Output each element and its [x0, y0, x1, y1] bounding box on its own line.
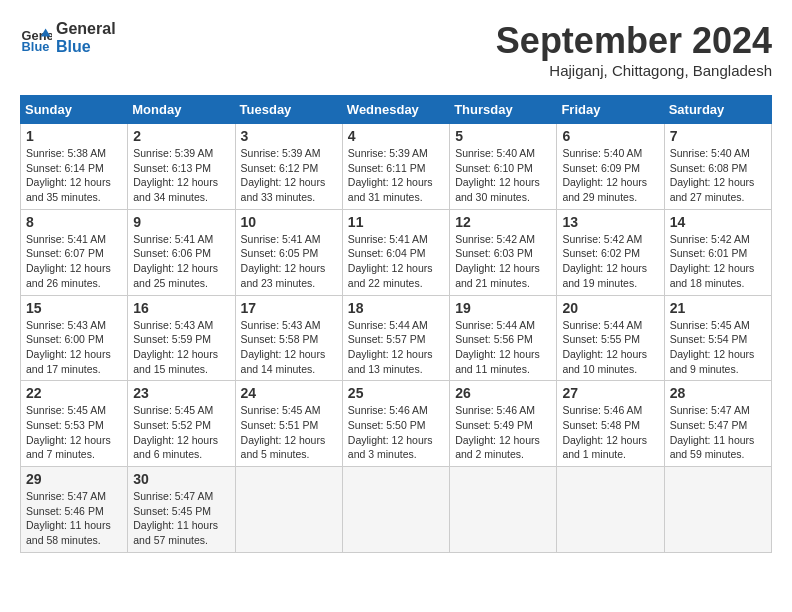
header-tuesday: Tuesday — [235, 96, 342, 124]
day-cell: 13Sunrise: 5:42 AM Sunset: 6:02 PM Dayli… — [557, 209, 664, 295]
day-cell: 18Sunrise: 5:44 AM Sunset: 5:57 PM Dayli… — [342, 295, 449, 381]
logo-line1: General — [56, 20, 116, 38]
day-info: Sunrise: 5:38 AM Sunset: 6:14 PM Dayligh… — [26, 146, 122, 205]
day-cell: 1Sunrise: 5:38 AM Sunset: 6:14 PM Daylig… — [21, 124, 128, 210]
day-number: 2 — [133, 128, 229, 144]
day-info: Sunrise: 5:42 AM Sunset: 6:02 PM Dayligh… — [562, 232, 658, 291]
day-number: 5 — [455, 128, 551, 144]
day-info: Sunrise: 5:47 AM Sunset: 5:45 PM Dayligh… — [133, 489, 229, 548]
day-info: Sunrise: 5:41 AM Sunset: 6:06 PM Dayligh… — [133, 232, 229, 291]
svg-text:Blue: Blue — [22, 39, 50, 54]
day-number: 29 — [26, 471, 122, 487]
calendar-table: SundayMondayTuesdayWednesdayThursdayFrid… — [20, 95, 772, 553]
day-number: 30 — [133, 471, 229, 487]
day-info: Sunrise: 5:42 AM Sunset: 6:03 PM Dayligh… — [455, 232, 551, 291]
day-number: 18 — [348, 300, 444, 316]
day-cell: 26Sunrise: 5:46 AM Sunset: 5:49 PM Dayli… — [450, 381, 557, 467]
day-number: 15 — [26, 300, 122, 316]
day-cell: 12Sunrise: 5:42 AM Sunset: 6:03 PM Dayli… — [450, 209, 557, 295]
day-info: Sunrise: 5:45 AM Sunset: 5:53 PM Dayligh… — [26, 403, 122, 462]
day-number: 12 — [455, 214, 551, 230]
week-row-0: 1Sunrise: 5:38 AM Sunset: 6:14 PM Daylig… — [21, 124, 772, 210]
week-row-1: 8Sunrise: 5:41 AM Sunset: 6:07 PM Daylig… — [21, 209, 772, 295]
day-number: 22 — [26, 385, 122, 401]
day-number: 4 — [348, 128, 444, 144]
day-info: Sunrise: 5:40 AM Sunset: 6:08 PM Dayligh… — [670, 146, 766, 205]
day-info: Sunrise: 5:45 AM Sunset: 5:51 PM Dayligh… — [241, 403, 337, 462]
day-cell: 8Sunrise: 5:41 AM Sunset: 6:07 PM Daylig… — [21, 209, 128, 295]
header-row: SundayMondayTuesdayWednesdayThursdayFrid… — [21, 96, 772, 124]
logo-line2: Blue — [56, 38, 116, 56]
day-info: Sunrise: 5:45 AM Sunset: 5:52 PM Dayligh… — [133, 403, 229, 462]
day-info: Sunrise: 5:43 AM Sunset: 5:59 PM Dayligh… — [133, 318, 229, 377]
day-number: 10 — [241, 214, 337, 230]
day-cell: 29Sunrise: 5:47 AM Sunset: 5:46 PM Dayli… — [21, 467, 128, 553]
day-cell: 21Sunrise: 5:45 AM Sunset: 5:54 PM Dayli… — [664, 295, 771, 381]
day-info: Sunrise: 5:46 AM Sunset: 5:48 PM Dayligh… — [562, 403, 658, 462]
day-info: Sunrise: 5:43 AM Sunset: 6:00 PM Dayligh… — [26, 318, 122, 377]
day-info: Sunrise: 5:47 AM Sunset: 5:47 PM Dayligh… — [670, 403, 766, 462]
day-cell: 15Sunrise: 5:43 AM Sunset: 6:00 PM Dayli… — [21, 295, 128, 381]
header-saturday: Saturday — [664, 96, 771, 124]
day-cell — [342, 467, 449, 553]
day-number: 28 — [670, 385, 766, 401]
day-cell: 11Sunrise: 5:41 AM Sunset: 6:04 PM Dayli… — [342, 209, 449, 295]
day-number: 26 — [455, 385, 551, 401]
day-cell: 2Sunrise: 5:39 AM Sunset: 6:13 PM Daylig… — [128, 124, 235, 210]
day-cell: 22Sunrise: 5:45 AM Sunset: 5:53 PM Dayli… — [21, 381, 128, 467]
day-number: 17 — [241, 300, 337, 316]
day-number: 6 — [562, 128, 658, 144]
day-number: 8 — [26, 214, 122, 230]
day-info: Sunrise: 5:39 AM Sunset: 6:11 PM Dayligh… — [348, 146, 444, 205]
day-number: 14 — [670, 214, 766, 230]
day-cell — [450, 467, 557, 553]
day-cell: 28Sunrise: 5:47 AM Sunset: 5:47 PM Dayli… — [664, 381, 771, 467]
month-title: September 2024 — [496, 20, 772, 62]
day-info: Sunrise: 5:43 AM Sunset: 5:58 PM Dayligh… — [241, 318, 337, 377]
week-row-4: 29Sunrise: 5:47 AM Sunset: 5:46 PM Dayli… — [21, 467, 772, 553]
day-info: Sunrise: 5:41 AM Sunset: 6:04 PM Dayligh… — [348, 232, 444, 291]
page-header: General Blue General Blue September 2024… — [20, 20, 772, 79]
day-number: 16 — [133, 300, 229, 316]
day-info: Sunrise: 5:39 AM Sunset: 6:13 PM Dayligh… — [133, 146, 229, 205]
day-number: 24 — [241, 385, 337, 401]
day-info: Sunrise: 5:39 AM Sunset: 6:12 PM Dayligh… — [241, 146, 337, 205]
header-monday: Monday — [128, 96, 235, 124]
day-number: 21 — [670, 300, 766, 316]
day-cell: 16Sunrise: 5:43 AM Sunset: 5:59 PM Dayli… — [128, 295, 235, 381]
day-info: Sunrise: 5:44 AM Sunset: 5:57 PM Dayligh… — [348, 318, 444, 377]
day-info: Sunrise: 5:44 AM Sunset: 5:55 PM Dayligh… — [562, 318, 658, 377]
day-cell: 4Sunrise: 5:39 AM Sunset: 6:11 PM Daylig… — [342, 124, 449, 210]
logo: General Blue General Blue — [20, 20, 116, 56]
day-number: 7 — [670, 128, 766, 144]
logo-icon: General Blue — [20, 22, 52, 54]
header-sunday: Sunday — [21, 96, 128, 124]
day-number: 13 — [562, 214, 658, 230]
day-info: Sunrise: 5:44 AM Sunset: 5:56 PM Dayligh… — [455, 318, 551, 377]
day-info: Sunrise: 5:47 AM Sunset: 5:46 PM Dayligh… — [26, 489, 122, 548]
header-wednesday: Wednesday — [342, 96, 449, 124]
day-cell: 10Sunrise: 5:41 AM Sunset: 6:05 PM Dayli… — [235, 209, 342, 295]
day-number: 11 — [348, 214, 444, 230]
day-cell — [664, 467, 771, 553]
location: Hajiganj, Chittagong, Bangladesh — [496, 62, 772, 79]
week-row-3: 22Sunrise: 5:45 AM Sunset: 5:53 PM Dayli… — [21, 381, 772, 467]
day-cell: 30Sunrise: 5:47 AM Sunset: 5:45 PM Dayli… — [128, 467, 235, 553]
header-friday: Friday — [557, 96, 664, 124]
day-number: 3 — [241, 128, 337, 144]
day-cell: 3Sunrise: 5:39 AM Sunset: 6:12 PM Daylig… — [235, 124, 342, 210]
day-info: Sunrise: 5:40 AM Sunset: 6:10 PM Dayligh… — [455, 146, 551, 205]
day-number: 1 — [26, 128, 122, 144]
day-number: 9 — [133, 214, 229, 230]
day-cell: 6Sunrise: 5:40 AM Sunset: 6:09 PM Daylig… — [557, 124, 664, 210]
day-cell: 24Sunrise: 5:45 AM Sunset: 5:51 PM Dayli… — [235, 381, 342, 467]
day-cell — [557, 467, 664, 553]
day-cell — [235, 467, 342, 553]
day-cell: 14Sunrise: 5:42 AM Sunset: 6:01 PM Dayli… — [664, 209, 771, 295]
day-info: Sunrise: 5:42 AM Sunset: 6:01 PM Dayligh… — [670, 232, 766, 291]
day-info: Sunrise: 5:40 AM Sunset: 6:09 PM Dayligh… — [562, 146, 658, 205]
day-info: Sunrise: 5:41 AM Sunset: 6:07 PM Dayligh… — [26, 232, 122, 291]
day-cell: 7Sunrise: 5:40 AM Sunset: 6:08 PM Daylig… — [664, 124, 771, 210]
day-cell: 27Sunrise: 5:46 AM Sunset: 5:48 PM Dayli… — [557, 381, 664, 467]
day-cell: 17Sunrise: 5:43 AM Sunset: 5:58 PM Dayli… — [235, 295, 342, 381]
